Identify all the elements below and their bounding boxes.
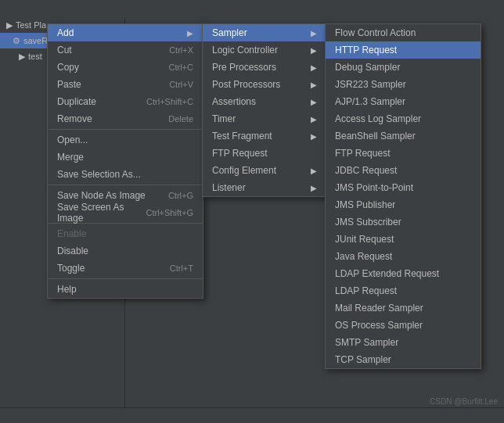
arrow-icon-post: ▶ xyxy=(311,81,317,89)
arrow-icon-config: ▶ xyxy=(311,167,317,175)
sampler-smtp[interactable]: SMTP Sampler xyxy=(326,334,481,351)
submenu-sampler: Flow Control Action HTTP Request Debug S… xyxy=(325,23,481,369)
submenu-add-pre-processors[interactable]: Pre Processors ▶ xyxy=(203,59,326,76)
sampler-flow-control[interactable]: Flow Control Action xyxy=(326,24,481,41)
menu-item-paste[interactable]: Paste Ctrl+V xyxy=(48,76,203,93)
submenu-add-config[interactable]: Config Element ▶ xyxy=(203,162,326,179)
sampler-os-process[interactable]: OS Process Sampler xyxy=(326,317,481,334)
menu-item-remove[interactable]: Remove Delete xyxy=(48,110,203,127)
sampler-mail-reader[interactable]: Mail Reader Sampler xyxy=(326,299,481,317)
context-menu-overlay: Add ▶ Cut Ctrl+X Copy Ctrl+C Paste Ctrl+… xyxy=(0,0,504,423)
menu-item-disable[interactable]: Disable xyxy=(48,242,203,260)
watermark-text: CSDN @Burfitt.Lee xyxy=(430,397,498,406)
menu-item-toggle[interactable]: Toggle Ctrl+T xyxy=(48,260,203,277)
menu-item-save-selection[interactable]: Save Selection As... xyxy=(48,166,203,183)
menu-item-help[interactable]: Help xyxy=(48,281,203,298)
sampler-http-request[interactable]: HTTP Request xyxy=(326,41,481,59)
menu-item-open[interactable]: Open... xyxy=(48,131,203,149)
sampler-access-log[interactable]: Access Log Sampler xyxy=(326,110,481,127)
sampler-beanshell[interactable]: BeanShell Sampler xyxy=(326,127,481,145)
divider-4 xyxy=(48,278,203,279)
primary-context-menu: Add ▶ Cut Ctrl+X Copy Ctrl+C Paste Ctrl+… xyxy=(47,23,203,299)
menu-item-enable[interactable]: Enable xyxy=(48,225,203,242)
arrow-icon-timer: ▶ xyxy=(311,115,317,124)
submenu-add-logic-controller[interactable]: Logic Controller ▶ xyxy=(203,41,326,59)
sampler-jsr223[interactable]: JSR223 Sampler xyxy=(326,76,481,93)
submenu-add-ftp[interactable]: FTP Request xyxy=(203,145,326,162)
menu-item-duplicate[interactable]: Duplicate Ctrl+Shift+C xyxy=(48,93,203,110)
sampler-tcp[interactable]: TCP Sampler xyxy=(326,351,481,368)
sampler-jms-p2p[interactable]: JMS Point-to-Point xyxy=(326,179,481,196)
menu-item-merge[interactable]: Merge xyxy=(48,149,203,166)
arrow-icon-pre: ▶ xyxy=(311,63,317,72)
arrow-icon-listener: ▶ xyxy=(311,184,317,192)
menu-item-add[interactable]: Add ▶ xyxy=(48,24,203,41)
submenu-add-timer[interactable]: Timer ▶ xyxy=(203,110,326,127)
submenu-add-test-fragment[interactable]: Test Fragment ▶ xyxy=(203,127,326,145)
sampler-jdbc[interactable]: JDBC Request xyxy=(326,162,481,179)
sampler-java[interactable]: Java Request xyxy=(326,248,481,265)
sampler-debug[interactable]: Debug Sampler xyxy=(326,59,481,76)
arrow-icon-sampler: ▶ xyxy=(311,29,317,38)
sampler-junit[interactable]: JUnit Request xyxy=(326,231,481,248)
menu-item-cut[interactable]: Cut Ctrl+X xyxy=(48,41,203,59)
submenu-add: Sampler ▶ Logic Controller ▶ Pre Process… xyxy=(202,23,327,197)
submenu-add-listener[interactable]: Listener ▶ xyxy=(203,179,326,196)
menu-item-save-screen[interactable]: Save Screen As Image Ctrl+Shift+G xyxy=(48,204,203,221)
sampler-jms-subscriber[interactable]: JMS Subscriber xyxy=(326,213,481,231)
sampler-ldap-extended[interactable]: LDAP Extended Request xyxy=(326,265,481,282)
arrow-icon-fragment: ▶ xyxy=(311,132,317,141)
submenu-add-post-processors[interactable]: Post Processors ▶ xyxy=(203,76,326,93)
menu-item-copy[interactable]: Copy Ctrl+C xyxy=(48,59,203,76)
status-bar: CSDN @Burfitt.Lee xyxy=(0,407,504,423)
submenu-add-sampler[interactable]: Sampler ▶ xyxy=(203,24,326,41)
sampler-ldap[interactable]: LDAP Request xyxy=(326,282,481,299)
sampler-ftp[interactable]: FTP Request xyxy=(326,145,481,162)
sampler-ajp[interactable]: AJP/1.3 Sampler xyxy=(326,93,481,110)
arrow-icon-assertions: ▶ xyxy=(311,98,317,106)
submenu-add-assertions[interactable]: Assertions ▶ xyxy=(203,93,326,110)
arrow-icon-logic: ▶ xyxy=(311,46,317,55)
divider-2 xyxy=(48,185,203,185)
divider-1 xyxy=(48,129,203,130)
sampler-jms-publisher[interactable]: JMS Publisher xyxy=(326,196,481,213)
arrow-icon: ▶ xyxy=(187,29,193,38)
